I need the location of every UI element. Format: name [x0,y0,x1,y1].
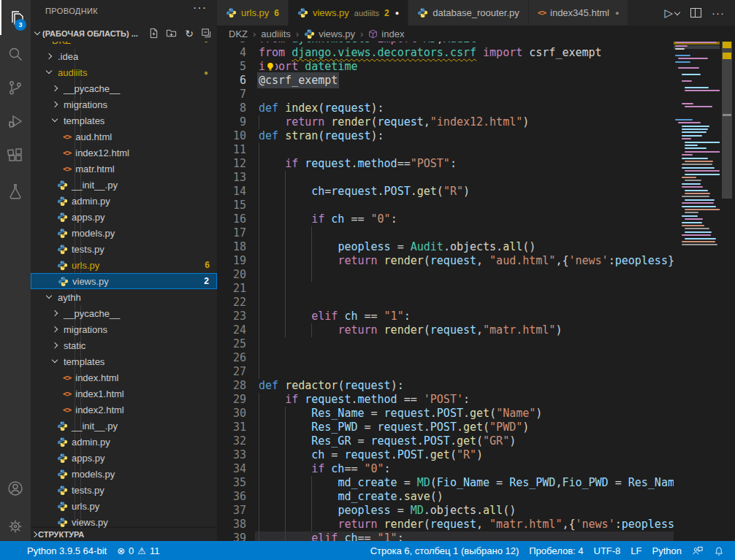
code-line[interactable]: if ch== "0": [255,462,735,476]
code-line[interactable]: return render(request, "matr.html",{'new… [255,518,735,532]
code-line[interactable]: return render(request,"index12.html") [255,115,735,129]
code-line[interactable] [255,143,735,157]
outline-section-header[interactable]: СТРУКТУРА [31,528,217,541]
tree-item-migrations[interactable]: migrations [31,321,217,337]
code-line[interactable]: ch=request.POST.get("R") [255,185,735,199]
code-line[interactable] [255,365,735,379]
language-mode-status[interactable]: Python [647,541,687,560]
code-line[interactable] [255,226,735,240]
code-line[interactable]: return render(request,"matr.html") [255,323,735,337]
cursor-position-status[interactable]: Строка 6, столбец 1 (выбрано 12) [365,541,525,560]
breadcrumb-file[interactable]: views.py [319,28,355,39]
tab-index345-html[interactable]: <> index345.html ● [529,0,629,26]
problems-status[interactable]: ⊗ 0 ⚠ 11 [112,541,164,560]
code-line[interactable]: elif ch== "1": [255,532,735,541]
new-file-icon[interactable] [148,28,160,39]
tree-item-tests-py[interactable]: tests.py [31,482,217,498]
code-line[interactable] [255,171,735,185]
code-line[interactable]: Res_PWD = request.POST.get("PWD") [255,421,735,434]
search-icon[interactable] [0,37,31,72]
encoding-status[interactable]: UTF-8 [589,541,626,560]
tree-item-index1-html[interactable]: <>index1.html [31,386,217,402]
tab-database-roouter-py[interactable]: database_roouter.py [408,0,529,26]
code-line[interactable] [255,199,735,212]
tree-item-models-py[interactable]: models.py [31,466,217,482]
code-line[interactable]: elif ch == "1": [255,310,735,323]
tree-item-admin-py[interactable]: admin.py [31,193,217,209]
tree-item-apps-py[interactable]: apps.py [31,450,217,466]
explorer-icon[interactable] [0,0,32,35]
code-line[interactable] [255,351,735,365]
tree-item-audiiits[interactable]: audiiits● [31,64,217,80]
eol-status[interactable]: LF [625,541,647,560]
notifications-bell-icon[interactable] [709,541,729,560]
tab-views-py[interactable]: views.py audiiits 2 ● [289,0,408,26]
code-line[interactable]: import datetime [255,60,735,74]
split-editor-button[interactable] [690,8,701,18]
tree-item-matr-html[interactable]: <>matr.html [31,161,217,177]
code-line[interactable]: peopless = Audit.objects.all() [255,240,735,254]
tab-urls-py[interactable]: urls.py 6 [217,0,289,26]
code-line[interactable]: if request.method=="POST": [255,157,735,171]
indentation-status[interactable]: Пробелов: 4 [524,541,588,560]
code-line[interactable]: if request.method == 'POST': [255,393,735,407]
tree-item-tests-py[interactable]: tests.py [31,241,217,257]
code-line[interactable]: @csrf_exempt [255,74,735,88]
code-line[interactable]: md_create.save() [255,490,735,504]
tree-item--pycache-[interactable]: __pycache__ [31,80,217,96]
tree-item-apps-py[interactable]: apps.py [31,209,217,225]
code-line[interactable]: md_create = MD(Fio_Name = Res_PWD,Fio_PW… [255,476,735,490]
tree-item-migrations[interactable]: migrations [31,96,217,112]
feedback-icon[interactable] [687,541,709,560]
scrollbar[interactable] [720,26,735,541]
tree-item-urls-py[interactable]: urls.py [31,498,217,514]
run-button[interactable]: ▷ [664,7,680,20]
more-actions-button[interactable]: ··· [712,7,725,19]
collapse-all-icon[interactable] [201,28,213,39]
code-line[interactable] [255,282,735,296]
code-line[interactable] [255,337,735,351]
code-line[interactable]: Res_Name = request.POST.get("Name") [255,407,735,421]
tree-item-templates[interactable]: templates [31,112,217,129]
settings-gear-icon[interactable] [0,509,31,544]
unsaved-dot-icon[interactable]: ● [395,9,399,17]
code-line[interactable] [255,88,735,101]
breadcrumb-folder[interactable]: audiiits [261,28,290,39]
code-line[interactable]: return render(request, "aud.html",{'news… [255,254,735,268]
testing-icon[interactable] [0,174,31,209]
code-line[interactable]: peopless = MD.objects.all() [255,504,735,518]
source-control-icon[interactable] [0,70,31,105]
tree-item-models-py[interactable]: models.py [31,225,217,241]
unsaved-dot-icon[interactable]: ● [615,9,619,17]
tree-item-static[interactable]: static [31,337,217,353]
code-line[interactable]: def redactor(request): [255,379,735,393]
code-line[interactable]: Res_GR = request.POST.get("GR") [255,434,735,448]
code-line[interactable] [255,268,735,282]
accounts-icon[interactable] [0,471,31,506]
code-line[interactable]: def index(request): [255,101,735,115]
minimap[interactable] [674,26,720,541]
code-line[interactable]: from django.views.decorators.csrf import… [255,46,735,60]
code-line[interactable] [255,296,735,310]
tree-item-index-html[interactable]: <>index.html [31,369,217,386]
tree-item-urls-py[interactable]: urls.py6 [31,257,217,273]
editor-code-area[interactable]: 3from aythh.models import MD,Audit4from … [217,0,735,541]
extensions-icon[interactable] [0,139,31,174]
tree-item--init-py[interactable]: __init__.py [31,177,217,193]
run-debug-icon[interactable] [0,104,31,139]
breadcrumb-symbol[interactable]: index [381,28,404,39]
python-interpreter-status[interactable]: Python 3.9.5 64-bit [22,541,112,560]
lightbulb-icon[interactable] [265,61,275,72]
tree-item-views-py[interactable]: views.py2 [31,273,217,289]
code-line[interactable]: def stran(request): [255,129,735,143]
tree-item-index2-html[interactable]: <>index2.html [31,402,217,418]
tree-item-aythh[interactable]: aythh [31,289,217,305]
sidebar-more-actions-icon[interactable]: ··· [193,1,207,15]
tree-item--init-py[interactable]: __init__.py [31,418,217,434]
refresh-icon[interactable]: ↻ [183,28,195,39]
tree-item-templates[interactable]: templates [31,353,217,369]
tree-item-index12-html[interactable]: <>index12.html [31,145,217,161]
tree-item--pycache-[interactable]: __pycache__ [31,305,217,321]
code-line[interactable]: ch = request.POST.get("R") [255,448,735,462]
breadcrumb-root[interactable]: DKZ [229,28,248,39]
